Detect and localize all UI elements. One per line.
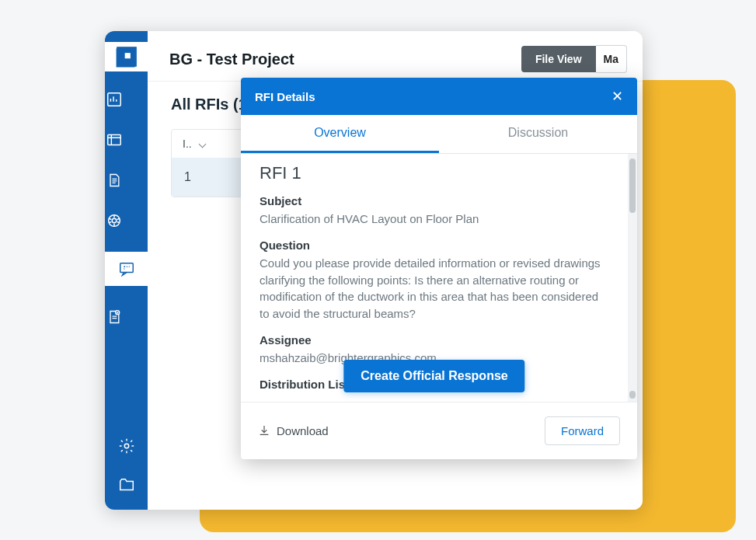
panel-header: RFI Details ✕ — [241, 78, 637, 115]
table-cell-id: 1 — [184, 170, 191, 183]
wheel-icon[interactable] — [105, 211, 124, 230]
panel-title: RFI Details — [255, 90, 315, 103]
value-question: Could you please provide detailed inform… — [260, 255, 611, 322]
scrollbar[interactable] — [628, 154, 637, 402]
value-subject: Clarification of HVAC Layout on Floor Pl… — [260, 211, 611, 228]
rfi-details-panel: RFI Details ✕ Overview Discussion RFI 1 … — [241, 78, 637, 459]
panel-scroll-area: RFI 1 Subject Clarification of HVAC Layo… — [241, 154, 628, 402]
document-icon[interactable] — [105, 171, 124, 190]
svg-rect-8 — [108, 135, 121, 145]
download-icon — [258, 424, 270, 437]
settings-icon[interactable] — [117, 437, 136, 455]
download-label: Download — [277, 424, 329, 437]
panel-footer: Download Forward — [241, 402, 637, 459]
forward-button[interactable]: Forward — [545, 416, 620, 445]
download-button[interactable]: Download — [258, 424, 329, 437]
label-question: Question — [260, 239, 611, 252]
rfi-name: RFI 1 — [260, 163, 611, 183]
scrollbar-thumb[interactable] — [629, 159, 636, 213]
svg-rect-11 — [120, 263, 133, 273]
panel-tabs: Overview Discussion — [241, 115, 637, 154]
sidebar-nav-bottom — [117, 437, 136, 510]
sidebar-nav-top — [105, 90, 148, 326]
app-logo-icon — [116, 46, 138, 68]
tab-discussion[interactable]: Discussion — [439, 115, 637, 153]
sidebar — [105, 31, 148, 510]
svg-point-13 — [124, 444, 129, 448]
close-icon[interactable]: ✕ — [611, 88, 623, 105]
label-subject: Subject — [260, 194, 611, 207]
drawings-icon[interactable] — [105, 131, 124, 149]
create-response-button[interactable]: Create Official Response — [343, 360, 524, 392]
label-assignee: Assignee — [260, 333, 611, 347]
rfi-icon[interactable] — [105, 252, 148, 286]
markup-button[interactable]: Ma — [596, 45, 627, 73]
checklist-icon[interactable] — [105, 308, 124, 326]
project-title: BG - Test Project — [169, 51, 294, 68]
tab-overview[interactable]: Overview — [241, 115, 439, 153]
header: BG - Test Project File View Ma — [148, 31, 643, 81]
file-view-button[interactable]: File View — [521, 46, 596, 72]
svg-rect-7 — [108, 93, 121, 106]
folder-icon[interactable] — [117, 476, 136, 494]
chevron-down-icon[interactable] — [198, 140, 206, 148]
svg-point-10 — [112, 218, 117, 223]
table-column-id[interactable]: I.. — [183, 138, 192, 150]
dashboard-icon[interactable] — [105, 90, 124, 109]
scrollbar-thumb-bottom[interactable] — [629, 391, 636, 399]
logo[interactable] — [105, 42, 148, 71]
